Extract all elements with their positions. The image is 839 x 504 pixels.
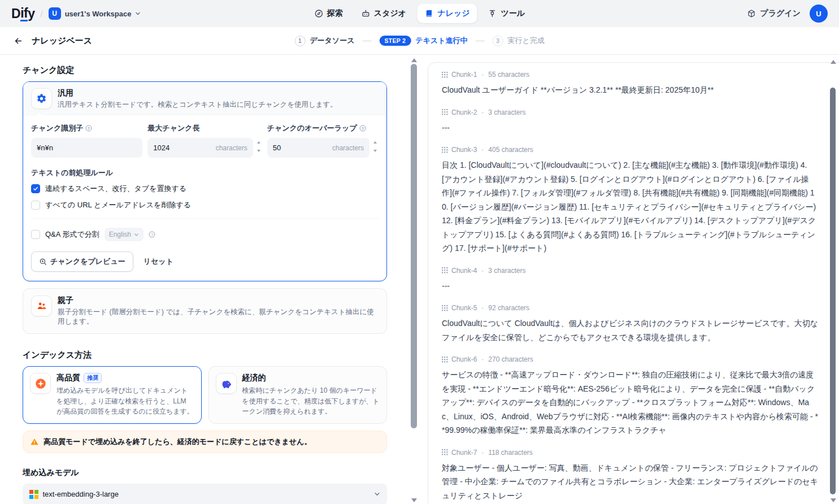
chunk-id: Chunk-3 [451,146,477,154]
rule-replace-whitespace[interactable]: 連続するスペース、改行、タブを置換する [31,184,379,194]
chunk-chars: 405 characters [488,146,533,154]
nav-label: ツール [501,8,525,19]
chunk-item[interactable]: Chunk-4 · 3 characters --- [442,267,819,293]
chunk-separator: · [481,108,484,116]
checkbox-unchecked[interactable] [31,201,40,210]
chunk-item[interactable]: Chunk-7 · 118 characters 対象ユーザー - 個人ユーザー… [442,449,819,503]
cube-icon [747,9,756,18]
compass-icon [314,9,323,18]
rule-remove-urls[interactable]: すべての URL とメールアドレスを削除する [31,200,379,210]
workspace-avatar: U [49,7,61,20]
high-quality-description: 埋め込みモデルを呼び出してドキュメントを処理し、より正確な検索を行うと、LLM … [56,385,194,417]
chunk-chars: 3 characters [488,267,525,275]
nav-knowledge[interactable]: ナレッジ [417,4,477,23]
general-mode-title: 汎用 [58,88,337,98]
chunk-chars: 55 characters [488,71,529,79]
parent-child-mode-card[interactable]: 親子 親子分割モード (階層分割モード) では、子チャンクを検索に、親チャンクを… [23,288,387,334]
scroll-up-arrow[interactable] [411,58,417,62]
economical-icon-box [216,373,237,394]
chunk-item[interactable]: Chunk-6 · 270 characters サービスの特徴 - **高速ア… [442,355,819,437]
chunk-grid-icon [442,267,448,273]
step-divider [362,41,371,41]
scroll-up-arrow[interactable] [831,60,836,64]
step-number: 1 [294,36,305,46]
gear-icon-box [31,88,52,109]
max-length-input[interactable] [153,144,182,152]
nav-studio[interactable]: スタジオ [354,4,414,23]
index-high-quality-card[interactable]: 高品質推奨 埋め込みモデルを呼び出してドキュメントを処理し、より正確な検索を行う… [23,366,202,424]
parent-child-description: 親子分割モード (階層分割モード) では、子チャンクを検索に、親チャンクをコンテ… [58,307,379,327]
chunk-text: CloudVaultについて CloudVaultは、個人およびビジネス向けのク… [442,316,819,344]
back-button[interactable] [11,34,25,47]
chunk-grid-icon [442,357,448,363]
warning-text: 高品質モードで埋め込みを終了したら、経済的モードに戻すことはできません。 [44,437,311,447]
scrollbar-thumb[interactable] [830,88,836,494]
preview-panel-scrollbar[interactable] [829,57,837,504]
parent-child-people-icon [36,301,47,311]
qa-language-select[interactable]: English [105,228,144,241]
embedding-model-name: text-embedding-3-large [43,490,119,498]
divider [31,218,379,219]
step-2-text-processing[interactable]: STEP 2 テキスト進行中 [379,36,467,46]
chunk-chars: 270 characters [488,355,533,363]
dify-logo[interactable]: Dify [11,6,34,21]
overlap-input[interactable] [273,144,302,152]
chevron-down-icon [134,232,139,237]
chunk-item[interactable]: Chunk-2 · 3 characters --- [442,108,819,135]
embedding-model-select[interactable]: text-embedding-3-large [23,484,387,504]
plugins-button[interactable]: プラグイン [747,8,801,19]
preprocessing-rules-title: テキストの前処理ルール [31,168,379,178]
chunk-item[interactable]: Chunk-1 · 55 characters CloudVault ユーザーガ… [442,71,819,97]
qa-split-label: Q&A 形式で分割 [45,229,99,240]
chunk-separator: · [481,146,484,154]
step-number: 3 [492,36,503,46]
max-length-step-up[interactable] [255,139,262,146]
chevron-down-icon [135,11,141,16]
piggy-bank-icon [220,377,232,389]
magnifier-icon [39,258,47,266]
scrollbar-thumb[interactable] [411,64,417,428]
user-avatar[interactable]: U [810,5,828,23]
chunk-item[interactable]: Chunk-3 · 405 characters 目次 1. [CloudVau… [442,146,819,255]
step-indicator: 1 データソース STEP 2 テキスト進行中 3 実行と完成 [294,36,545,46]
chunk-header: Chunk-7 · 118 characters [442,449,819,457]
chunk-separator: · [481,71,484,79]
chunk-separator: · [481,267,484,275]
overlap-step-up[interactable] [372,139,379,146]
qa-split-row[interactable]: Q&A 形式で分割 English ? [31,228,379,241]
general-mode-description: 汎用テキスト分割モードです。検索とコンテキスト抽出に同じチャンクを使用します。 [58,100,337,110]
general-mode-header: 汎用 汎用テキスト分割モードです。検索とコンテキスト抽出に同じチャンクを使用しま… [23,82,386,115]
chunk-text: サービスの特徴 - **高速アップロード・ダウンロード**: 独自の圧縮技術によ… [442,368,819,437]
general-mode-card[interactable]: 汎用 汎用テキスト分割モードです。検索とコンテキスト抽出に同じチャンクを使用しま… [23,81,387,281]
book-icon [424,9,433,18]
scroll-down-arrow[interactable] [411,498,417,502]
nav-tools[interactable]: ツール [480,4,532,23]
sparkle-icon [34,377,47,390]
step-label: テキスト進行中 [415,36,467,46]
parent-child-icon-box [31,296,52,316]
step-1-datasource[interactable]: 1 データソース [294,36,354,46]
reset-button[interactable]: リセット [144,257,173,267]
index-economical-card[interactable]: 経済的 検索時にチャンクあたり 10 個のキーワードを使用することで、精度は低下… [208,366,388,424]
workspace-selector[interactable]: U user1's Workspace [49,7,141,20]
scroll-down-arrow[interactable] [831,498,836,502]
chunk-settings-panel: チャンク設定 汎用 汎用テキスト分割モードです。検索とコンテキスト抽出に同じチャ… [0,55,428,503]
warning-icon [30,437,39,446]
overlap-step-down[interactable] [372,147,379,154]
checkbox-checked[interactable] [31,184,40,193]
left-panel-scrollbar[interactable] [410,57,418,504]
arrow-left-icon [14,36,23,46]
delimiter-input[interactable] [37,144,137,152]
nav-label: ナレッジ [437,8,470,19]
chunk-grid-icon [442,72,448,78]
chunk-separator: · [481,355,484,363]
chunk-item[interactable]: Chunk-5 · 92 characters CloudVaultについて C… [442,304,819,344]
nav-explore[interactable]: 探索 [307,4,350,23]
preview-chunks-button[interactable]: チャンクをプレビュー [31,251,133,272]
max-length-step-down[interactable] [255,147,262,154]
workspace-name: user1's Workspace [65,10,132,18]
step-divider [475,41,484,41]
checkbox-unchecked[interactable] [31,230,40,239]
qa-language-value: English [109,231,131,238]
max-length-label: 最大チャンク長 [147,123,199,133]
